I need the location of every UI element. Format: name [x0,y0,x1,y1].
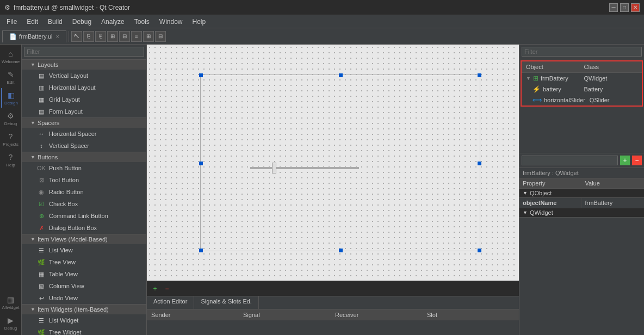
activity-welcome[interactable]: ⌂ Welcome [1,47,21,66]
canvas-area [147,45,519,281]
handle-br[interactable] [478,249,481,252]
toolbar-btn-6[interactable]: ≡ [131,31,142,42]
widget-horizontal-layout[interactable]: ▥ Horizontal Layout [22,82,146,94]
activity-allwidget[interactable]: ▦ Allwidget [1,293,21,312]
toolbar-btn-2[interactable]: ⎘ [83,31,94,42]
section-layouts[interactable]: ▼ Layouts [22,59,146,70]
section-spacers[interactable]: ▼ Spacers [22,117,146,128]
widget-radio-button[interactable]: ◉ Radio Button [22,186,146,198]
file-tab[interactable]: 📄 frmBattery.ui × [2,30,66,42]
widget-check-box[interactable]: ☑ Check Box [22,198,146,210]
property-remove-button[interactable]: − [632,156,642,165]
slider-track [250,167,359,169]
widget-column-view[interactable]: ▧ Column View [22,280,146,292]
widget-tree-view[interactable]: 🌿 Tree View [22,256,146,268]
obj-col-class: Class [582,63,640,71]
widget-filter-input[interactable] [24,47,144,57]
horizontal-layout-icon: ▥ [37,83,46,92]
handle-tr[interactable] [478,73,481,77]
activity-edit[interactable]: ✎ Edit [1,67,21,87]
activity-help[interactable]: ? Help [1,150,21,170]
section-item-views[interactable]: ▼ Item Views (Model-Based) [22,234,146,244]
toolbar-btn-4[interactable]: ⊞ [107,31,118,42]
widget-undo-view[interactable]: ↩ Undo View [22,292,146,304]
menu-build[interactable]: Build [44,17,67,27]
handle-bm[interactable] [339,249,343,252]
property-filter-input[interactable] [522,156,618,165]
column-view-icon: ▧ [37,282,46,290]
widget-form-layout[interactable]: ▤ Form Layout [22,106,146,117]
debug2-label: Debug [4,326,17,331]
tab-action-editor[interactable]: Action Editor [147,296,194,309]
file-tab-close[interactable]: × [56,33,59,40]
toolbar-btn-8[interactable]: ⊟ [155,31,166,42]
widget-dialog-button-box[interactable]: ✗ Dialog Button Box [22,222,146,234]
canvas-grid[interactable] [147,45,519,281]
property-add-button[interactable]: + [620,156,630,165]
menu-window[interactable]: Window [155,17,187,27]
allwidget-icon: ▦ [7,295,14,304]
activity-projects[interactable]: ? Projects [1,129,21,149]
widget-list-widget[interactable]: ☰ List Widget [22,314,146,326]
widget-list-view[interactable]: ☰ List View [22,244,146,256]
title-bar: ⚙ fmrbattery.ui @ smallwidget - Qt Creat… [0,0,644,15]
section-buttons[interactable]: ▼ Buttons [22,152,146,162]
handle-ml[interactable] [199,162,203,165]
handle-tl[interactable] [199,73,203,77]
vertical-spacer-icon: ↕ [37,141,46,150]
signal-area: + − Action Editor Signals & Slots Ed. Se… [147,281,519,335]
widget-table-view[interactable]: ▦ Table View [22,268,146,280]
menu-debug[interactable]: Debug [68,17,96,27]
handle-mr[interactable] [478,162,481,165]
slider-thumb[interactable] [272,163,276,173]
object-row-battery[interactable]: ⚡ battery Battery [522,84,642,95]
maximize-button[interactable]: □ [620,3,629,12]
check-box-icon: ☑ [37,200,46,208]
widget-horizontal-spacer[interactable]: ↔ Horizontal Spacer [22,128,146,140]
grid-layout-icon: ▦ [37,95,46,104]
qwidget-arrow: ▼ [523,210,528,215]
tree-view-label: Tree View [49,259,76,265]
widget-tree-widget[interactable]: 🌿 Tree Widget [22,326,146,335]
property-breadcrumb: frmBattery : QWidget [519,168,644,178]
close-button[interactable]: ✕ [631,3,640,12]
toolbar-btn-1[interactable]: ⛏ [71,31,82,42]
toolbar-btn-7[interactable]: ⊞ [143,31,154,42]
obj-name-slider: ⟺ horizontalSlider [524,96,587,104]
property-row-objectname[interactable]: objectName frmBattery [519,198,644,208]
toolbar-btn-5[interactable]: ⊟ [119,31,130,42]
property-group-qwidget[interactable]: ▼ QWidget [519,208,644,218]
handle-tm[interactable] [339,73,343,77]
widget-vertical-spacer[interactable]: ↕ Vertical Spacer [22,140,146,152]
widget-vertical-layout[interactable]: ▤ Vertical Layout [22,70,146,82]
qobject-label: QObject [530,190,552,196]
section-item-widgets[interactable]: ▼ Item Widgets (Item-Based) [22,304,146,314]
minimize-button[interactable]: ─ [609,3,618,12]
right-panel: Object Class ▼ ⊞ frmBattery QWidget [519,45,644,335]
toolbar-btn-3[interactable]: ⎗ [95,31,106,42]
object-row-slider[interactable]: ⟺ horizontalSlider QSlider [522,95,642,106]
slider-name-label: horizontalSlider [544,97,585,103]
widget-tool-button[interactable]: ⊠ Tool Button [22,174,146,186]
property-table-header: Property Value [519,178,644,189]
property-filter-bar: + − [519,153,644,168]
menu-file[interactable]: File [2,17,21,27]
widget-command-link-button[interactable]: ⊛ Command Link Button [22,210,146,222]
signal-add-button[interactable]: + [150,284,160,294]
property-group-qobject[interactable]: ▼ QObject [519,189,644,198]
object-filter-input[interactable] [522,47,642,57]
menu-help[interactable]: Help [188,17,210,27]
menu-tools[interactable]: Tools [130,17,154,27]
object-row-frmbattery[interactable]: ▼ ⊞ frmBattery QWidget [522,73,642,84]
widget-grid-layout[interactable]: ▦ Grid Layout [22,94,146,106]
command-link-button-icon: ⊛ [37,212,46,220]
menu-edit[interactable]: Edit [22,17,42,27]
menu-analyze[interactable]: Analyze [97,17,129,27]
activity-debug2[interactable]: ▶ Debug [1,313,21,333]
handle-bl[interactable] [199,249,203,252]
widget-push-button[interactable]: OK Push Button [22,162,146,174]
signal-remove-button[interactable]: − [162,284,172,294]
activity-debug[interactable]: ⚙ Debug [1,109,21,128]
tab-signals-slots[interactable]: Signals & Slots Ed. [194,296,259,309]
activity-design[interactable]: ◧ Design [1,88,21,108]
